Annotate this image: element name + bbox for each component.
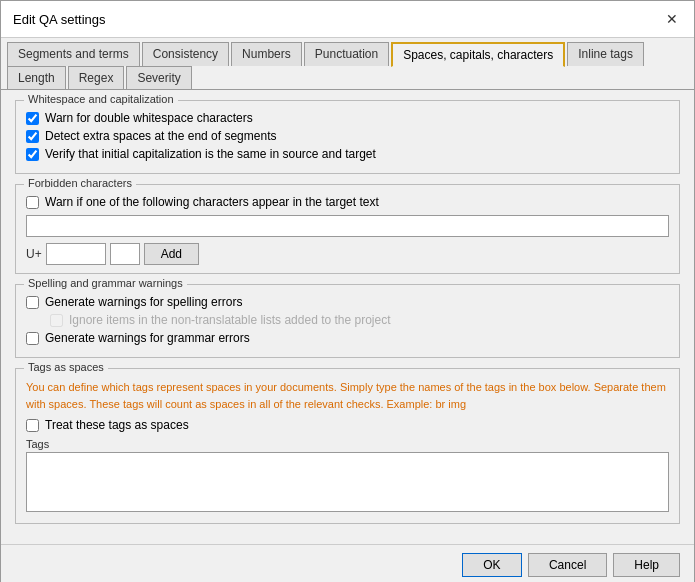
tab-spaces-capitals-characters[interactable]: Spaces, capitals, characters — [391, 42, 565, 67]
spelling-section-title: Spelling and grammar warnings — [24, 277, 187, 289]
whitespace-section-body: Warn for double whitespace characters De… — [26, 111, 669, 161]
treat-tags-label: Treat these tags as spaces — [45, 418, 189, 432]
cancel-button[interactable]: Cancel — [528, 553, 607, 577]
tab-severity[interactable]: Severity — [126, 66, 191, 89]
forbidden-section-title: Forbidden characters — [24, 177, 136, 189]
dialog-footer: OK Cancel Help — [1, 544, 694, 582]
forbidden-chars-input[interactable] — [26, 215, 669, 237]
close-button[interactable]: ✕ — [662, 9, 682, 29]
forbidden-section: Forbidden characters Warn if one of the … — [15, 184, 680, 274]
ok-button[interactable]: OK — [462, 553, 522, 577]
spelling-section-body: Generate warnings for spelling errors Ig… — [26, 295, 669, 345]
ignore-non-translatable-label: Ignore items in the non-translatable lis… — [69, 313, 391, 327]
warn-double-whitespace-label: Warn for double whitespace characters — [45, 111, 253, 125]
generate-spelling-row: Generate warnings for spelling errors — [26, 295, 669, 309]
tabs-bar: Segments and terms Consistency Numbers P… — [1, 38, 694, 90]
tags-section-title: Tags as spaces — [24, 361, 108, 373]
edit-qa-settings-dialog: Edit QA settings ✕ Segments and terms Co… — [0, 0, 695, 582]
help-button[interactable]: Help — [613, 553, 680, 577]
tags-textarea[interactable] — [26, 452, 669, 512]
dialog-title: Edit QA settings — [13, 12, 106, 27]
generate-grammar-checkbox[interactable] — [26, 332, 39, 345]
detect-extra-spaces-row: Detect extra spaces at the end of segmen… — [26, 129, 669, 143]
treat-tags-checkbox[interactable] — [26, 419, 39, 432]
warn-forbidden-label: Warn if one of the following characters … — [45, 195, 379, 209]
detect-extra-spaces-label: Detect extra spaces at the end of segmen… — [45, 129, 276, 143]
title-bar: Edit QA settings ✕ — [1, 1, 694, 38]
tags-section: Tags as spaces You can define which tags… — [15, 368, 680, 524]
tags-input-area: Tags — [26, 438, 669, 515]
tags-label: Tags — [26, 438, 669, 450]
warn-forbidden-checkbox[interactable] — [26, 196, 39, 209]
whitespace-section: Whitespace and capitalization Warn for d… — [15, 100, 680, 174]
generate-grammar-row: Generate warnings for grammar errors — [26, 331, 669, 345]
add-button[interactable]: Add — [144, 243, 199, 265]
detect-extra-spaces-checkbox[interactable] — [26, 130, 39, 143]
generate-grammar-label: Generate warnings for grammar errors — [45, 331, 250, 345]
generate-spelling-checkbox[interactable] — [26, 296, 39, 309]
tab-content: Whitespace and capitalization Warn for d… — [1, 90, 694, 544]
ignore-non-translatable-checkbox[interactable] — [50, 314, 63, 327]
hex-row: U+ Add — [26, 243, 669, 265]
tab-length[interactable]: Length — [7, 66, 66, 89]
tab-consistency[interactable]: Consistency — [142, 42, 229, 66]
verify-capitalization-label: Verify that initial capitalization is th… — [45, 147, 376, 161]
hex-input[interactable] — [46, 243, 106, 265]
forbidden-section-body: Warn if one of the following characters … — [26, 195, 669, 265]
hex-display-box — [110, 243, 140, 265]
treat-tags-row: Treat these tags as spaces — [26, 418, 669, 432]
warn-double-whitespace-checkbox[interactable] — [26, 112, 39, 125]
ignore-non-translatable-row: Ignore items in the non-translatable lis… — [50, 313, 669, 327]
verify-capitalization-row: Verify that initial capitalization is th… — [26, 147, 669, 161]
warn-double-whitespace-row: Warn for double whitespace characters — [26, 111, 669, 125]
generate-spelling-label: Generate warnings for spelling errors — [45, 295, 242, 309]
tab-numbers[interactable]: Numbers — [231, 42, 302, 66]
tags-info-text: You can define which tags represent spac… — [26, 379, 669, 412]
spelling-section: Spelling and grammar warnings Generate w… — [15, 284, 680, 358]
verify-capitalization-checkbox[interactable] — [26, 148, 39, 161]
hex-prefix-label: U+ — [26, 247, 42, 261]
tab-regex[interactable]: Regex — [68, 66, 125, 89]
tab-punctuation[interactable]: Punctuation — [304, 42, 389, 66]
tags-section-body: You can define which tags represent spac… — [26, 379, 669, 515]
whitespace-section-title: Whitespace and capitalization — [24, 93, 178, 105]
tab-inline-tags[interactable]: Inline tags — [567, 42, 644, 66]
tab-segments-and-terms[interactable]: Segments and terms — [7, 42, 140, 66]
forbidden-chars-input-row — [26, 215, 669, 237]
warn-forbidden-row: Warn if one of the following characters … — [26, 195, 669, 209]
